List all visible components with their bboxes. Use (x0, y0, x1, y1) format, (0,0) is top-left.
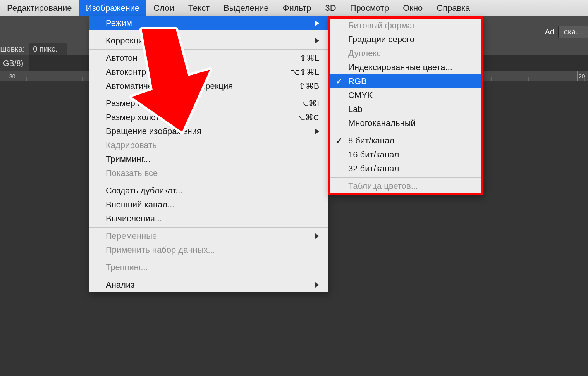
ruler-subtick (8, 77, 8, 81)
mode-submenu-item[interactable]: 32 бит/канал (330, 162, 481, 176)
document-tab[interactable]: GB/8) (0, 55, 29, 71)
menubar-item-8[interactable]: Окно (396, 0, 430, 16)
image-menu-separator (89, 259, 328, 259)
feather-group: астушевка: 0 пикс. (0, 43, 67, 55)
menubar-item-7[interactable]: Просмотр (343, 0, 396, 16)
submenu-arrow-icon (315, 233, 319, 239)
submenu-arrow-icon (315, 21, 319, 26)
image-menu-item[interactable]: Режим (89, 16, 328, 30)
image-menu-item-label: Треппинг... (106, 262, 319, 273)
image-menu-item: Кадрировать (89, 138, 328, 152)
image-menu-item[interactable]: Анализ (89, 278, 328, 292)
image-menu-item-label: Применить набор данных... (106, 245, 319, 255)
mode-submenu-item[interactable]: ✓8 бит/канал (330, 134, 481, 148)
image-menu-item-label: Коррекци (106, 36, 311, 46)
image-menu-item[interactable]: Автотон⇧⌘L (89, 51, 328, 65)
mode-submenu-item-label: Lab (348, 104, 472, 114)
ruler-subtick (26, 77, 27, 81)
image-menu-item-shortcut: ⇧⌘L (299, 53, 319, 63)
image-menu-separator (89, 49, 328, 50)
ruler-tick: 20 (577, 71, 585, 81)
mode-submenu-item[interactable]: Многоканальный (330, 116, 481, 130)
image-menu-item[interactable]: Автоконтр⌥⇧⌘L (89, 65, 328, 79)
ruler-subtick (491, 77, 492, 81)
image-menu-item-shortcut: ⌥⌘C (296, 113, 319, 122)
image-menu-item[interactable]: Размер холста...⌥⌘C (89, 110, 328, 124)
ruler-subtick (510, 77, 510, 81)
menubar-item-2[interactable]: Слои (146, 0, 181, 16)
mode-submenu-item-label: CMYK (348, 90, 472, 100)
mode-submenu-item[interactable]: 16 бит/канал (330, 148, 481, 162)
image-menu-separator (89, 276, 328, 276)
image-menu-item-label: Анализ (106, 280, 311, 290)
ruler-subtick (45, 77, 45, 81)
image-menu-item: Применить набор данных... (89, 243, 328, 257)
image-menu-item-shortcut: ⇧⌘B (299, 81, 319, 91)
image-menu-item-label: Автотон (106, 53, 299, 63)
options-right: Ad ска... (545, 26, 588, 38)
mode-submenu-item[interactable]: ✓RGB (330, 74, 481, 88)
mode-submenu-item: Битовый формат (330, 19, 481, 33)
image-menu-item-label: Внешний канал... (106, 200, 319, 210)
image-menu-item: Треппинг... (89, 260, 328, 274)
image-menu-item[interactable]: Автоматическ етовая коррекция⇧⌘B (89, 79, 328, 93)
image-menu-item-label: Переменные (106, 231, 311, 241)
menubar-item-3[interactable]: Текст (181, 0, 217, 16)
submenu-arrow-icon (315, 282, 319, 288)
image-menu-item[interactable]: Коррекци (89, 34, 328, 48)
document-tab-label: GB/8) (3, 59, 23, 68)
image-menu-separator (89, 227, 328, 228)
image-menu-item[interactable]: Вычисления... (89, 212, 328, 226)
mode-submenu: Битовый форматГрадации серогоДуплексИнде… (328, 16, 483, 195)
mode-submenu-item[interactable]: CMYK (330, 88, 481, 102)
mode-submenu-item-label: Дуплекс (348, 48, 472, 59)
image-menu-item-label: Размер изобра .. (106, 98, 299, 109)
image-menu-item[interactable]: Внешний канал... (89, 198, 328, 212)
mode-submenu-item[interactable]: Lab (330, 102, 481, 116)
image-menu-item: Переменные (89, 229, 328, 243)
image-menu-item-label: Вращение изображения (106, 126, 311, 136)
image-menu-dropdown: РежимКоррекциАвтотон⇧⌘LАвтоконтр⌥⇧⌘LАвто… (89, 16, 328, 292)
menubar-item-9[interactable]: Справка (430, 0, 477, 16)
image-menu-item[interactable]: Создать дубликат... (89, 184, 328, 198)
image-menu-item-label: Размер холста... (106, 112, 296, 122)
menubar: РедактированиеИзображениеСлоиТекстВыделе… (0, 0, 588, 16)
ruler-tick: 30 (8, 71, 15, 81)
submenu-arrow-icon (315, 38, 319, 43)
image-menu-item-shortcut: ⌥⇧⌘L (290, 67, 319, 77)
ruler-subtick (566, 77, 566, 81)
options-right-label: Ad (545, 28, 554, 36)
menubar-item-4[interactable]: Выделение (217, 0, 276, 16)
menubar-item-5[interactable]: Фильтр (276, 0, 318, 16)
mode-submenu-item[interactable]: Индексированные цвета... (330, 60, 481, 74)
mode-submenu-separator (330, 132, 481, 132)
mode-submenu-item: Дуплекс (330, 47, 481, 60)
menubar-item-1[interactable]: Изображение (79, 0, 147, 16)
image-menu-separator (89, 182, 328, 182)
image-menu-item-label: Автоконтр (106, 67, 290, 77)
mode-submenu-item-label: Градации серого (348, 34, 472, 45)
menubar-item-0[interactable]: Редактирование (0, 0, 79, 16)
image-menu-item[interactable]: Вращение изображения (89, 124, 328, 138)
mode-submenu-item-label: RGB (348, 76, 472, 86)
options-right-button[interactable]: ска... (558, 26, 588, 38)
checkmark-icon: ✓ (336, 77, 342, 86)
mode-submenu-item-label: Битовый формат (348, 21, 472, 31)
checkmark-icon: ✓ (336, 136, 342, 145)
image-menu-item-label: Режим (106, 18, 311, 28)
mode-submenu-item-label: Таблица цветов... (348, 181, 472, 191)
mode-submenu-item-label: 32 бит/канал (348, 164, 472, 174)
ruler-subtick (82, 77, 83, 81)
image-menu-item[interactable]: Тримминг... (89, 152, 328, 166)
menubar-item-6[interactable]: 3D (318, 0, 343, 16)
image-menu-item: Показать все (89, 166, 328, 180)
image-menu-item[interactable]: Размер изобра ..⌥⌘I (89, 97, 328, 110)
ruler-subtick (64, 77, 64, 81)
mode-submenu-item[interactable]: Градации серого (330, 33, 481, 47)
mode-submenu-item-label: 16 бит/канал (348, 150, 472, 160)
image-menu-item-label: Вычисления... (106, 214, 319, 224)
feather-input[interactable]: 0 пикс. (29, 43, 67, 55)
image-menu-item-label: Кадрировать (106, 140, 319, 150)
ruler-subtick (528, 77, 529, 81)
mode-submenu-item-label: 8 бит/канал (348, 136, 472, 146)
